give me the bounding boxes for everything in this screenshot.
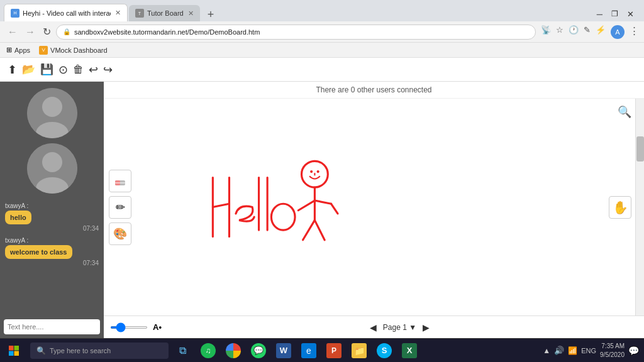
taskbar-search-icon: 🔍: [36, 346, 46, 355]
new-tab-button[interactable]: +: [204, 8, 218, 21]
taskbar-app-chrome[interactable]: [221, 339, 245, 363]
edit-icon[interactable]: ✎: [584, 25, 591, 39]
board-bottom-bar: A• ◀ Page 1 ▼ ▶: [104, 315, 644, 338]
apps-label: Apps: [14, 47, 30, 54]
back-button[interactable]: ←: [5, 25, 20, 39]
star-icon[interactable]: ☆: [556, 25, 564, 39]
drawing-board[interactable]: ✏ 🎨 🔍 ✋: [104, 99, 644, 315]
svg-line-21: [314, 220, 325, 239]
tab-close-tutorboard[interactable]: ✕: [188, 9, 194, 18]
undo-icon[interactable]: ↩: [89, 63, 98, 77]
lang-label: ENG: [581, 347, 596, 354]
network-icon[interactable]: 📶: [568, 346, 577, 355]
volume-icon[interactable]: 🔊: [554, 346, 564, 355]
tab-favicon-heyhi: H: [11, 9, 19, 18]
chat-bubble-2: welcome to class: [5, 245, 72, 259]
chat-input[interactable]: [4, 319, 100, 334]
taskbar-search[interactable]: 🔍 Type here to search: [30, 343, 169, 359]
refresh-button[interactable]: ↻: [40, 25, 53, 39]
bookmark-apps[interactable]: ⊞ Apps: [6, 46, 30, 54]
tab-label-tutorboard: Tutor Board: [147, 9, 184, 17]
chat-messages: txawyA : hello 07:34 txawyA : welcome to…: [0, 199, 104, 317]
history-icon[interactable]: 🕐: [569, 25, 579, 39]
tab-tutorboard[interactable]: T Tutor Board ✕: [129, 5, 200, 21]
left-sidebar: txawyA : hello 07:34 txawyA : welcome to…: [0, 82, 104, 338]
taskbar-app-files[interactable]: 📁: [347, 339, 371, 363]
nav-bar: ← → ↻ 🔒 sandboxv2website.tutormandarin.n…: [0, 21, 644, 43]
size-slider[interactable]: [110, 326, 148, 329]
tab-close-heyhi[interactable]: ✕: [115, 9, 121, 17]
minimize-button[interactable]: ─: [597, 9, 602, 19]
board-container: There are 0 other users connected: [104, 82, 644, 338]
hand-tool-btn[interactable]: ✋: [609, 196, 631, 219]
svg-line-19: [331, 204, 338, 214]
notification-button[interactable]: 💬: [628, 346, 639, 356]
system-tray: ▲ 🔊 📶 ENG 7:35 AM 9/5/2020 💬: [543, 342, 644, 359]
chat-bubble-1: hello: [5, 211, 31, 224]
save-icon[interactable]: 💾: [40, 63, 53, 76]
bookmarks-bar: ⊞ Apps V VMock Dashboard: [0, 43, 644, 58]
palette-tool-btn[interactable]: 🎨: [109, 222, 131, 245]
svg-rect-28: [14, 351, 19, 356]
eraser-tool-btn[interactable]: [109, 170, 131, 192]
redo-icon[interactable]: ↪: [103, 63, 113, 77]
chat-sender-1: txawyA :: [5, 202, 99, 209]
folder-icon[interactable]: 📂: [22, 63, 35, 76]
page-next-button[interactable]: ▶: [423, 322, 430, 332]
svg-point-11: [271, 204, 295, 230]
delete-icon[interactable]: 🗑: [73, 63, 84, 76]
taskbar-search-text: Type here to search: [50, 347, 111, 354]
chat-time-1: 07:34: [5, 225, 99, 232]
tab-bar: H Heyhi - Video call with interactiv... …: [0, 0, 644, 21]
task-view-button[interactable]: ⧉: [171, 339, 194, 363]
tray-icon-1[interactable]: ▲: [543, 346, 550, 355]
board-status: There are 0 other users connected: [104, 82, 644, 99]
upload-icon[interactable]: ⬆: [8, 63, 17, 77]
vertical-scrollbar[interactable]: [635, 99, 644, 315]
page-label[interactable]: Page 1 ▼: [383, 323, 416, 332]
address-bar[interactable]: 🔒 sandboxv2website.tutormandarin.net/Dem…: [56, 25, 536, 40]
taskbar-apps: ♫ 💬 W e P 📁 S X: [196, 339, 421, 363]
svg-point-14: [317, 170, 319, 173]
chat-input-area: [0, 317, 104, 338]
search-icon-board[interactable]: 🔍: [618, 105, 631, 119]
taskbar-app-spotify[interactable]: ♫: [196, 339, 220, 363]
taskbar-app-skype[interactable]: S: [372, 339, 396, 363]
chat-message-2: txawyA : welcome to class 07:34: [5, 237, 99, 266]
svg-rect-27: [9, 351, 14, 356]
menu-button[interactable]: ⋮: [630, 25, 639, 39]
svg-point-4: [42, 152, 62, 172]
tab-favicon-tutorboard: T: [135, 9, 144, 18]
taskbar-app-powerpoint[interactable]: P: [322, 339, 346, 363]
scrollbar-thumb[interactable]: [636, 136, 644, 162]
extension-icon[interactable]: ⚡: [596, 25, 606, 39]
svg-rect-25: [9, 346, 14, 351]
taskbar-app-edge[interactable]: e: [297, 339, 321, 363]
tab-heyhi[interactable]: H Heyhi - Video call with interactiv... …: [4, 4, 128, 21]
pencil-tool-btn[interactable]: ✏: [109, 196, 131, 219]
start-button[interactable]: [0, 339, 28, 363]
taskbar-app-word[interactable]: W: [272, 339, 296, 363]
apps-grid-icon: ⊞: [6, 46, 12, 54]
profile-icon[interactable]: A: [611, 25, 625, 39]
bookmark-vmock[interactable]: V VMock Dashboard: [39, 46, 108, 55]
time-display: 7:35 AM: [600, 342, 625, 351]
vmock-label: VMock Dashboard: [50, 47, 108, 54]
taskbar-app-whatsapp[interactable]: 💬: [247, 339, 270, 363]
svg-line-18: [314, 200, 331, 204]
avatar-2: [0, 141, 104, 199]
svg-point-1: [42, 97, 62, 117]
forward-button[interactable]: →: [23, 25, 38, 39]
close-button[interactable]: ✕: [627, 9, 634, 19]
maximize-button[interactable]: ❐: [611, 9, 618, 19]
page-prev-button[interactable]: ◀: [370, 322, 377, 332]
text-tool-label[interactable]: A•: [153, 322, 162, 332]
svg-rect-26: [14, 346, 19, 351]
record-icon[interactable]: ⊙: [58, 63, 68, 77]
taskbar-app-excel[interactable]: X: [397, 339, 421, 363]
window-controls: ─ ❐ ✕: [597, 9, 640, 21]
tab-label-heyhi: Heyhi - Video call with interactiv...: [23, 9, 111, 17]
cast-icon[interactable]: 📡: [541, 25, 551, 39]
taskbar: 🔍 Type here to search ⧉ ♫ 💬 W e: [0, 338, 644, 362]
browser-window: H Heyhi - Video call with interactiv... …: [0, 0, 644, 362]
